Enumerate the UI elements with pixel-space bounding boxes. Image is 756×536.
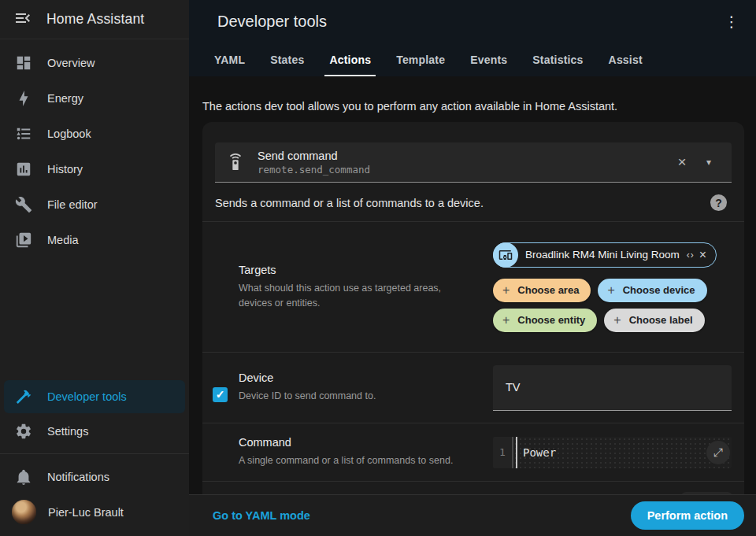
menu-toggle-button[interactable] (12, 9, 34, 31)
editor-cursor (516, 437, 517, 468)
action-picker-field[interactable]: Send command remote.send_command × ▾ (215, 142, 732, 183)
action-description-row: Sends a command or a list of commands to… (202, 183, 744, 221)
sidebar: Home Assistant Overview Energy Logbook (0, 0, 189, 536)
sidebar-item-file-editor[interactable]: File editor (4, 187, 185, 222)
tab-assist[interactable]: Assist (596, 43, 655, 76)
sidebar-item-settings[interactable]: Settings (4, 413, 185, 449)
lightning-icon (14, 89, 33, 108)
tab-bar: YAML States Actions Template Events Stat… (189, 43, 756, 76)
dashboard-icon (14, 54, 33, 72)
expand-icon: ⤢ (713, 445, 723, 460)
plus-icon: + (613, 313, 621, 327)
editor-text-area[interactable]: Power ⤢ (513, 437, 732, 468)
expand-id-button[interactable]: ‹› (684, 250, 697, 261)
bell-icon (14, 468, 33, 486)
action-description: Sends a command or a list of commands to… (215, 197, 710, 209)
sidebar-item-label: Media (47, 234, 79, 246)
sidebar-spacer (0, 257, 189, 380)
tab-template[interactable]: Template (384, 43, 458, 76)
sidebar-profile[interactable]: Pier-Luc Brault (4, 494, 185, 530)
hammer-icon (14, 387, 33, 406)
page-header: Developer tools ⋮ YAML States Actions Te… (189, 0, 756, 76)
sidebar-item-energy[interactable]: Energy (4, 80, 185, 116)
media-play-box-icon (14, 231, 33, 250)
sidebar-item-label: Logbook (47, 128, 91, 140)
actions-footer: Go to YAML mode Perform action (189, 494, 756, 536)
sidebar-item-label: Overview (47, 57, 94, 69)
page-title: Developer tools (217, 13, 720, 31)
overflow-menu-button[interactable]: ⋮ (720, 10, 743, 34)
command-labels: Command A single command or a list of co… (215, 436, 493, 468)
gear-icon (14, 422, 33, 441)
sidebar-item-logbook[interactable]: Logbook (4, 116, 185, 151)
target-device-chip[interactable]: Broadlink RM4 Mini Living Room ‹› × (493, 242, 717, 268)
menu-open-icon (13, 9, 32, 31)
sidebar-header: Home Assistant (0, 0, 189, 39)
action-card: Send command remote.send_command × ▾ Sen… (202, 122, 744, 536)
sidebar-nav: Overview Energy Logbook History (0, 39, 189, 257)
sidebar-item-history[interactable]: History (4, 151, 185, 187)
sidebar-item-media[interactable]: Media (4, 222, 185, 257)
close-icon: × (677, 153, 686, 171)
wrench-icon (14, 195, 33, 214)
targets-helper: What should this action use as targeted … (239, 281, 474, 309)
perform-action-button[interactable]: Perform action (631, 501, 744, 530)
intro-text: The actions dev tool allows you to perfo… (189, 76, 756, 113)
device-id-input[interactable]: TV (493, 365, 732, 411)
command-code-editor[interactable]: 1 Power ⤢ (493, 437, 732, 468)
chart-box-icon (14, 160, 33, 179)
help-icon: ? (715, 197, 722, 209)
tab-states[interactable]: States (258, 43, 317, 76)
action-dropdown-button[interactable]: ▾ (695, 149, 722, 176)
kebab-icon: ⋮ (724, 13, 739, 31)
remove-target-button[interactable]: × (697, 249, 710, 261)
app-title: Home Assistant (46, 11, 144, 28)
tab-statistics[interactable]: Statistics (520, 43, 595, 76)
target-device-name: Broadlink RM4 Mini Living Room (525, 249, 680, 261)
tab-actions[interactable]: Actions (317, 43, 384, 76)
avatar (12, 500, 36, 524)
choose-area-button[interactable]: + Choose area (493, 279, 591, 302)
device-row: ✓ Device Device ID to send command to. T… (202, 352, 744, 423)
targets-label: Targets (239, 264, 474, 276)
device-checkbox[interactable]: ✓ (213, 387, 228, 402)
clear-action-button[interactable]: × (669, 149, 695, 176)
targets-labels: Targets What should this action use as t… (215, 264, 493, 309)
choose-label-button[interactable]: + Choose label (604, 309, 704, 332)
tab-events[interactable]: Events (458, 43, 520, 76)
command-label: Command (239, 436, 474, 449)
editor-expand-button[interactable]: ⤢ (706, 441, 730, 464)
choose-device-button[interactable]: + Choose device (598, 279, 706, 302)
plus-icon: + (502, 283, 510, 298)
editor-line-number: 1 (493, 437, 513, 468)
command-row: Command A single command or a list of co… (202, 423, 744, 481)
sidebar-item-overview[interactable]: Overview (4, 45, 185, 80)
sidebar-item-notifications[interactable]: Notifications (4, 459, 185, 494)
plus-icon: + (502, 313, 510, 327)
action-service-id: remote.send_command (258, 164, 669, 176)
sidebar-item-developer-tools[interactable]: Developer tools (4, 380, 185, 413)
close-icon: × (699, 248, 707, 261)
go-to-yaml-link[interactable]: Go to YAML mode (213, 509, 631, 522)
device-labels: ✓ Device Device ID to send command to. (215, 372, 493, 403)
tab-yaml[interactable]: YAML (202, 43, 258, 76)
device-id-value: TV (506, 381, 521, 394)
sidebar-item-label: History (47, 163, 83, 176)
profile-name: Pier-Luc Brault (48, 506, 124, 519)
help-button[interactable]: ? (710, 194, 727, 211)
picker-texts: Send command remote.send_command (258, 150, 669, 176)
plus-icon: + (607, 283, 614, 298)
device-helper: Device ID to send command to. (239, 389, 474, 403)
action-name: Send command (258, 150, 669, 162)
sidebar-item-label: Developer tools (47, 390, 127, 403)
remote-icon (226, 153, 245, 171)
choose-target-buttons: + Choose area + Choose device + Choose e… (493, 279, 732, 332)
sidebar-divider (0, 453, 189, 454)
command-helper: A single command or a list of commands t… (239, 453, 474, 468)
command-value: Power (523, 446, 556, 459)
choose-entity-button[interactable]: + Choose entity (493, 309, 597, 332)
chevron-down-icon: ▾ (706, 157, 711, 168)
check-icon: ✓ (216, 388, 225, 401)
code-icon: ‹› (687, 250, 695, 261)
sidebar-item-label: Notifications (47, 471, 109, 483)
